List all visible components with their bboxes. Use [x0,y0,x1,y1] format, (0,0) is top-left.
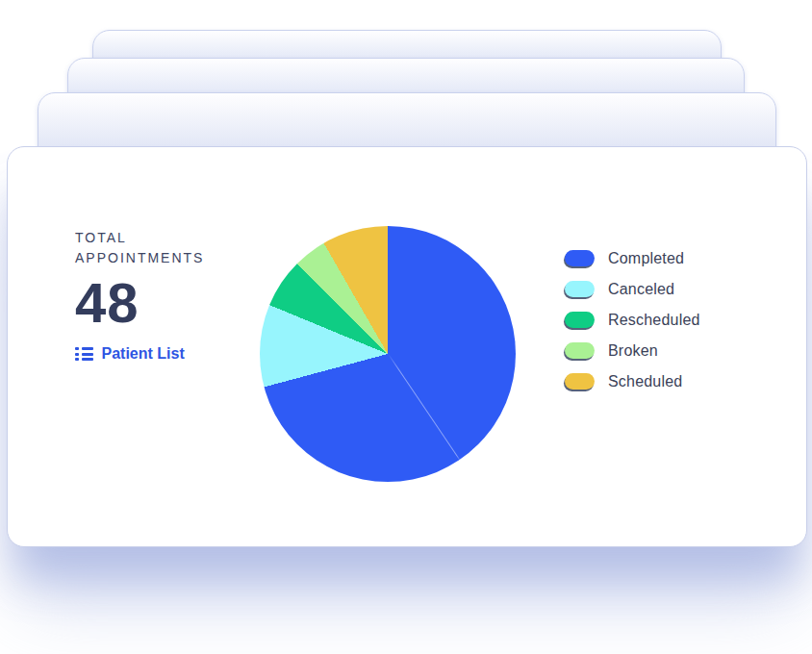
patient-list-link[interactable]: Patient List [75,345,185,363]
total-appointments-label: TOTAL APPOINTMENTS [75,228,258,268]
stats-block: TOTAL APPOINTMENTS 48 Patient List [75,228,258,363]
appointments-summary-card: TOTAL APPOINTMENTS 48 Patient List Compl… [7,146,807,547]
legend-item-broken[interactable]: Broken [565,342,700,359]
legend-swatch [565,250,595,266]
legend-label: Scheduled [608,373,682,390]
legend-swatch [565,281,595,297]
legend-item-completed[interactable]: Completed [565,250,700,266]
total-appointments-value: 48 [75,275,258,331]
legend-label: Broken [608,342,658,360]
pie-chart[interactable] [260,226,516,482]
legend-swatch [565,373,595,390]
legend-item-canceled[interactable]: Canceled [565,281,700,297]
chart-legend: CompletedCanceledRescheduledBrokenSchedu… [565,250,700,390]
legend-label: Completed [608,250,684,267]
pie-slice-divider [388,354,460,461]
legend-label: Rescheduled [608,312,700,329]
legend-swatch [565,342,595,359]
legend-item-rescheduled[interactable]: Rescheduled [565,312,700,328]
list-icon [75,347,93,361]
legend-label: Canceled [608,281,674,298]
legend-swatch [565,312,595,328]
patient-list-label: Patient List [102,345,185,363]
legend-item-scheduled[interactable]: Scheduled [565,373,700,390]
